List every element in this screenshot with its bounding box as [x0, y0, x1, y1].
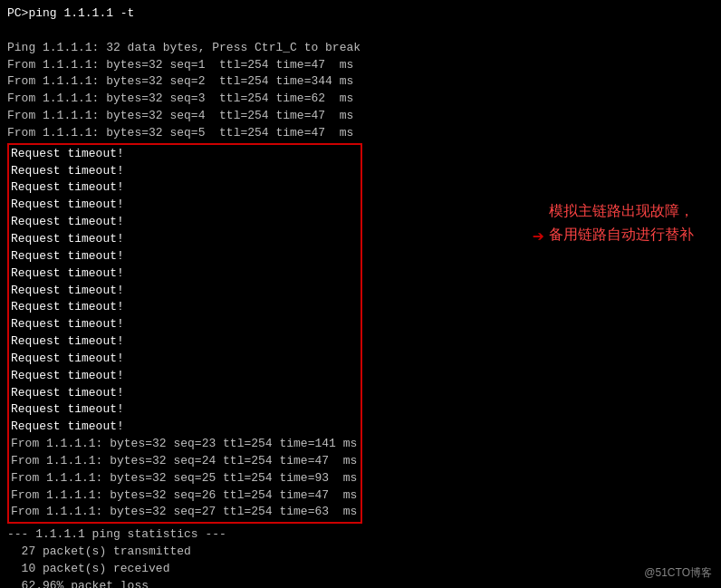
timeout-line-12: Request timeout!: [11, 333, 357, 351]
timeout-line-15: Request timeout!: [11, 385, 357, 402]
command-line: PC>ping 1.1.1.1 -t: [7, 5, 714, 23]
ping-from25: From 1.1.1.1: bytes=32 seq=25 ttl=254 ti…: [11, 470, 357, 487]
stats-transmitted: 27 packet(s) transmitted: [7, 544, 714, 561]
timeout-line-11: Request timeout!: [11, 316, 357, 333]
watermark: @51CTO博客: [644, 565, 712, 581]
timeout-line-3: Request timeout!: [11, 179, 357, 197]
stats-loss: 62.96% packet loss: [7, 578, 714, 588]
timeout-line-5: Request timeout!: [11, 214, 357, 231]
ping-from3: From 1.1.1.1: bytes=32 seq=3 ttl=254 tim…: [7, 91, 714, 108]
arrow-icon: ➔: [533, 225, 544, 249]
ping-from4: From 1.1.1.1: bytes=32 seq=4 ttl=254 tim…: [7, 108, 714, 125]
empty-line: [7, 23, 714, 40]
stats-separator: --- 1.1.1.1 ping statistics ---: [7, 526, 714, 544]
annotation-line1: 模拟主链路出现故障，: [549, 203, 694, 218]
ping-from23: From 1.1.1.1: bytes=32 seq=23 ttl=254 ti…: [11, 436, 357, 453]
timeout-line-4: Request timeout!: [11, 197, 357, 214]
timeout-line-14: Request timeout!: [11, 368, 357, 385]
annotation-text: 模拟主链路出现故障， 备用链路自动进行替补: [549, 199, 694, 246]
ping-from24: From 1.1.1.1: bytes=32 seq=24 ttl=254 ti…: [11, 453, 357, 470]
timeout-line-13: Request timeout!: [11, 351, 357, 368]
ping-from27: From 1.1.1.1: bytes=32 seq=27 ttl=254 ti…: [11, 504, 357, 521]
annotation-line2: 备用链路自动进行替补: [549, 227, 694, 242]
timeout-line-17: Request timeout!: [11, 419, 357, 436]
timeout-block: Request timeout! Request timeout! Reques…: [7, 143, 362, 525]
timeout-line-2: Request timeout!: [11, 163, 357, 180]
timeout-line-16: Request timeout!: [11, 401, 357, 419]
timeout-line-1: Request timeout!: [11, 146, 357, 163]
stats-received: 10 packet(s) received: [7, 561, 714, 578]
ping-from26: From 1.1.1.1: bytes=32 seq=26 ttl=254 ti…: [11, 487, 357, 505]
timeout-line-8: Request timeout!: [11, 265, 357, 283]
timeout-line-7: Request timeout!: [11, 248, 357, 265]
timeout-line-10: Request timeout!: [11, 299, 357, 316]
stats-block: --- 1.1.1.1 ping statistics --- 27 packe…: [7, 526, 714, 588]
timeout-line-9: Request timeout!: [11, 283, 357, 300]
terminal-window: PC>ping 1.1.1.1 -t Ping 1.1.1.1: 32 data…: [0, 0, 721, 588]
timeout-line-6: Request timeout!: [11, 231, 357, 248]
ping-from1: From 1.1.1.1: bytes=32 seq=1 ttl=254 tim…: [7, 57, 714, 74]
ping-from2: From 1.1.1.1: bytes=32 seq=2 ttl=254 tim…: [7, 73, 714, 91]
ping-from5: From 1.1.1.1: bytes=32 seq=5 ttl=254 tim…: [7, 125, 714, 142]
ping-header: Ping 1.1.1.1: 32 data bytes, Press Ctrl_…: [7, 40, 714, 57]
